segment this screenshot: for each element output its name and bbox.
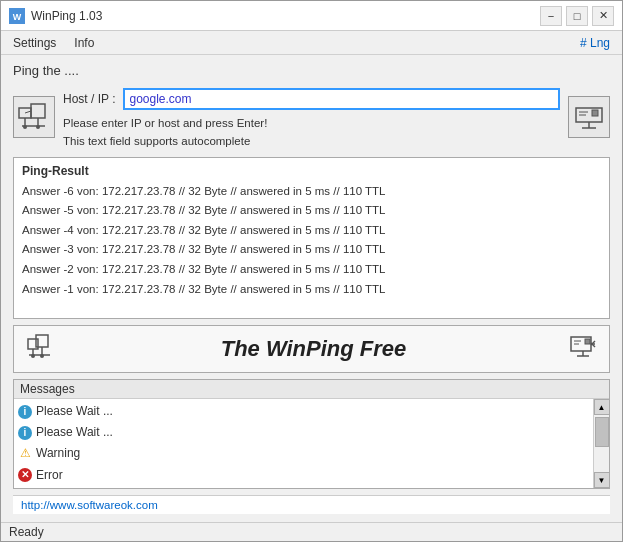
- maximize-button[interactable]: □: [566, 6, 588, 26]
- svg-point-22: [40, 354, 44, 358]
- svg-point-21: [31, 354, 35, 358]
- svg-rect-3: [31, 104, 45, 118]
- host-area: Host / IP : Please enter IP or host and …: [13, 84, 610, 151]
- close-button[interactable]: ✕: [592, 6, 614, 26]
- result-title: Ping-Result: [22, 164, 601, 178]
- link-bar: http://www.softwareok.com: [13, 495, 610, 514]
- banner-icon-right: [569, 333, 597, 366]
- title-controls: − □ ✕: [540, 6, 614, 26]
- status-text: Ready: [9, 525, 44, 539]
- main-content: Ping the .... Host / IP :: [1, 55, 622, 522]
- app-icon: W: [9, 8, 25, 24]
- message-item: iPlease Wait ...: [18, 422, 589, 443]
- host-input[interactable]: [123, 88, 560, 110]
- info-text-area: Please enter IP or host and press Enter!…: [63, 114, 560, 151]
- bottom-banner: The WinPing Free: [13, 325, 610, 373]
- network-icon-right: [568, 96, 610, 138]
- svg-line-9: [25, 111, 31, 113]
- result-line: Answer -6 von: 172.217.23.78 // 32 Byte …: [22, 182, 601, 202]
- info-icon: i: [18, 405, 32, 419]
- scroll-thumb[interactable]: [595, 417, 609, 447]
- host-label: Host / IP :: [63, 92, 115, 106]
- host-input-row: Host / IP :: [63, 88, 560, 110]
- svg-point-7: [23, 125, 27, 129]
- scroll-up-button[interactable]: ▲: [594, 399, 610, 415]
- minimize-button[interactable]: −: [540, 6, 562, 26]
- svg-point-8: [36, 125, 40, 129]
- result-line: Answer -5 von: 172.217.23.78 // 32 Byte …: [22, 201, 601, 221]
- result-line: Answer -4 von: 172.217.23.78 // 32 Byte …: [22, 221, 601, 241]
- result-line: Answer -3 von: 172.217.23.78 // 32 Byte …: [22, 240, 601, 260]
- banner-title: The WinPing Free: [68, 336, 559, 362]
- result-panel[interactable]: Ping-Result Answer -6 von: 172.217.23.78…: [13, 157, 610, 319]
- scroll-down-button[interactable]: ▼: [594, 472, 610, 488]
- menu-info[interactable]: Info: [66, 34, 102, 52]
- message-text: Error: [36, 466, 63, 485]
- message-item: iPlease Wait ...: [18, 401, 589, 422]
- message-item: ✕Error: [18, 465, 589, 486]
- title-bar: W WinPing 1.03 − □ ✕: [1, 1, 622, 31]
- info-line1: Please enter IP or host and press Enter!: [63, 114, 560, 132]
- messages-header: Messages: [14, 380, 609, 399]
- ping-row: Ping the ....: [13, 63, 610, 78]
- info-icon: i: [18, 426, 32, 440]
- website-link[interactable]: http://www.softwareok.com: [21, 499, 158, 511]
- status-bar: Ready: [1, 522, 622, 541]
- svg-rect-13: [592, 110, 598, 116]
- menu-settings[interactable]: Settings: [5, 34, 64, 52]
- message-text: Please Wait ...: [36, 402, 113, 421]
- scrollbar[interactable]: ▲ ▼: [593, 399, 609, 488]
- message-item: ⚠Warning: [18, 443, 589, 464]
- menu-bar: Settings Info # Lng: [1, 31, 622, 55]
- main-window: W WinPing 1.03 − □ ✕ Settings Info # Lng…: [0, 0, 623, 542]
- error-icon: ✕: [18, 468, 32, 482]
- warning-icon: ⚠: [18, 447, 32, 461]
- result-lines: Answer -6 von: 172.217.23.78 // 32 Byte …: [22, 182, 601, 299]
- menu-items: Settings Info: [5, 34, 102, 52]
- title-bar-left: W WinPing 1.03: [9, 8, 102, 24]
- result-line: Answer -1 von: 172.217.23.78 // 32 Byte …: [22, 280, 601, 300]
- messages-list[interactable]: iPlease Wait ...iPlease Wait ...⚠Warning…: [14, 399, 593, 488]
- message-text: Please Wait ...: [36, 423, 113, 442]
- svg-rect-26: [585, 339, 590, 344]
- language-selector[interactable]: # Lng: [580, 36, 618, 50]
- ping-label: Ping the ....: [13, 63, 79, 78]
- svg-text:W: W: [13, 12, 22, 22]
- banner-icon-left: [26, 331, 58, 368]
- info-line2: This text field supports autocomplete: [63, 132, 560, 150]
- messages-panel: Messages iPlease Wait ...iPlease Wait ..…: [13, 379, 610, 489]
- network-icon-left: [13, 96, 55, 138]
- message-text: Warning: [36, 444, 80, 463]
- window-title: WinPing 1.03: [31, 9, 102, 23]
- result-line: Answer -2 von: 172.217.23.78 // 32 Byte …: [22, 260, 601, 280]
